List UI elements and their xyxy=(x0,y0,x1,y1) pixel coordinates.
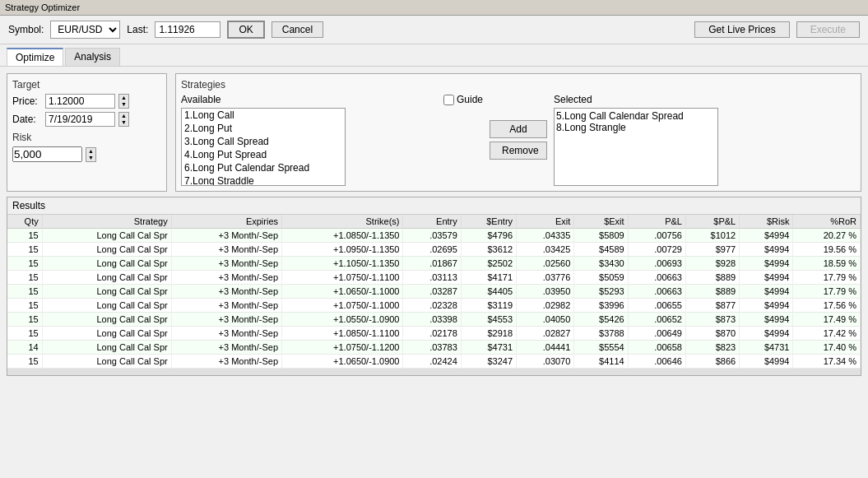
table-row[interactable]: 15Long Call Cal Spr+3 Month/-Sep+1.0850/… xyxy=(7,327,861,341)
guide-checkbox[interactable] xyxy=(443,95,454,105)
price-spinner[interactable]: ▲ ▼ xyxy=(118,94,129,109)
risk-input[interactable] xyxy=(12,146,82,162)
col-exit: Exit xyxy=(517,215,574,229)
col-ror: %RoR xyxy=(793,215,861,229)
col-strategy: Strategy xyxy=(42,215,171,229)
list-item[interactable]: 3.Long Call Spread xyxy=(182,135,345,148)
price-label: Price: xyxy=(12,95,42,107)
table-row[interactable]: 15Long Call Cal Spr+3 Month/-Sep+1.0750/… xyxy=(7,271,861,285)
available-list[interactable]: 1.Long Call 2.Long Put 3.Long Call Sprea… xyxy=(181,108,346,186)
table-row[interactable]: 15Long Call Cal Spr+3 Month/-Sep+1.0650/… xyxy=(7,285,861,299)
date-row: Date: ▲ ▼ xyxy=(12,112,161,127)
col-expiries: Expiries xyxy=(171,215,281,229)
list-item[interactable]: 2.Long Put xyxy=(182,122,345,135)
tab-optimize[interactable]: Optimize xyxy=(7,48,63,66)
list-item[interactable]: 7.Long Straddle xyxy=(182,174,345,186)
list-item[interactable]: 1.Long Call xyxy=(182,109,345,122)
date-down-arrow[interactable]: ▼ xyxy=(119,119,128,126)
get-live-prices-button[interactable]: Get Live Prices xyxy=(694,21,789,38)
date-up-arrow[interactable]: ▲ xyxy=(119,113,128,119)
col-strikes: Strike(s) xyxy=(282,215,403,229)
selected-section: Selected 5.Long Call Calendar Spread 8.L… xyxy=(554,94,856,186)
toolbar: Symbol: EUR/USD Last: OK Cancel Get Live… xyxy=(0,16,868,44)
guide-label: Guide xyxy=(457,94,483,105)
symbol-label: Symbol: xyxy=(8,24,44,35)
col-dollar-exit: $Exit xyxy=(574,215,628,229)
add-remove-buttons: Add Remove xyxy=(490,94,547,186)
risk-title: Risk xyxy=(12,132,161,143)
cancel-button[interactable]: Cancel xyxy=(272,21,323,38)
last-label: Last: xyxy=(127,24,148,35)
available-label: Available xyxy=(181,94,220,105)
results-title: Results xyxy=(7,197,861,215)
date-input[interactable] xyxy=(45,112,115,127)
risk-spinner[interactable]: ▲ ▼ xyxy=(86,147,96,162)
price-input[interactable] xyxy=(45,94,115,109)
strategies-inner: Available Guide 1.Long Call 2.Long Put 3… xyxy=(181,94,856,186)
remove-button[interactable]: Remove xyxy=(490,142,547,160)
price-down-arrow[interactable]: ▼ xyxy=(119,101,128,108)
col-dollar-pl: $P&L xyxy=(685,215,739,229)
table-row[interactable]: 15Long Call Cal Spr+3 Month/-Sep+1.0550/… xyxy=(7,313,861,327)
risk-up-arrow[interactable]: ▲ xyxy=(86,148,95,155)
ok-button[interactable]: OK xyxy=(227,21,264,39)
table-row[interactable]: 15Long Call Cal Spr+3 Month/-Sep+1.0750/… xyxy=(7,299,861,313)
strategies-title: Strategies xyxy=(181,79,856,90)
table-row[interactable]: 15Long Call Cal Spr+3 Month/-Sep+1.1050/… xyxy=(7,257,861,271)
risk-row: ▲ ▼ xyxy=(12,146,161,162)
last-input[interactable] xyxy=(155,21,220,38)
results-table: Qty Strategy Expiries Strike(s) Entry $E… xyxy=(7,215,861,369)
table-header-row: Qty Strategy Expiries Strike(s) Entry $E… xyxy=(7,215,861,229)
list-item[interactable]: 5.Long Call Calendar Spread xyxy=(556,110,716,122)
list-item[interactable]: 8.Long Strangle xyxy=(556,122,716,133)
table-row[interactable]: 15Long Call Cal Spr+3 Month/-Sep+1.0850/… xyxy=(7,229,861,243)
main-content: Target Price: ▲ ▼ Date: ▲ ▼ Risk xyxy=(0,67,868,383)
top-section: Target Price: ▲ ▼ Date: ▲ ▼ Risk xyxy=(7,73,861,192)
price-row: Price: ▲ ▼ xyxy=(12,94,161,109)
tabs: Optimize Analysis xyxy=(0,44,868,67)
selected-label: Selected xyxy=(554,94,856,105)
scrollbar[interactable] xyxy=(7,369,861,375)
target-panel: Target Price: ▲ ▼ Date: ▲ ▼ Risk xyxy=(7,73,167,192)
col-risk: $Risk xyxy=(740,215,793,229)
col-pl: P&L xyxy=(628,215,685,229)
tab-analysis[interactable]: Analysis xyxy=(65,48,120,66)
list-item[interactable]: 4.Long Put Spread xyxy=(182,148,345,161)
risk-down-arrow[interactable]: ▼ xyxy=(86,155,95,161)
add-button[interactable]: Add xyxy=(490,120,547,138)
title-label: Strategy Optimizer xyxy=(5,2,80,12)
symbol-select[interactable]: EUR/USD xyxy=(50,21,120,39)
list-item[interactable]: 6.Long Put Calendar Spread xyxy=(182,161,345,174)
selected-list[interactable]: 5.Long Call Calendar Spread 8.Long Stran… xyxy=(554,108,718,186)
table-row[interactable]: 14Long Call Cal Spr+3 Month/-Sep+1.0750/… xyxy=(7,341,861,355)
target-title: Target xyxy=(12,79,161,90)
col-qty: Qty xyxy=(7,215,42,229)
results-panel: Results Qty Strategy Expiries Strike(s) … xyxy=(7,197,861,376)
col-dollar-entry: $Entry xyxy=(461,215,516,229)
guide-check[interactable]: Guide xyxy=(443,94,483,105)
col-entry: Entry xyxy=(403,215,461,229)
title-bar: Strategy Optimizer xyxy=(0,0,868,16)
date-spinner[interactable]: ▲ ▼ xyxy=(118,112,129,127)
strategies-panel: Strategies Available Guide 1.Long Call 2… xyxy=(175,73,861,192)
available-header: Available Guide xyxy=(181,94,483,105)
execute-button[interactable]: Execute xyxy=(796,21,860,38)
table-row[interactable]: 15Long Call Cal Spr+3 Month/-Sep+1.0650/… xyxy=(7,355,861,369)
available-section: Available Guide 1.Long Call 2.Long Put 3… xyxy=(181,94,483,186)
table-row[interactable]: 15Long Call Cal Spr+3 Month/-Sep+1.0950/… xyxy=(7,243,861,257)
price-up-arrow[interactable]: ▲ xyxy=(119,95,128,101)
date-label: Date: xyxy=(12,114,42,125)
